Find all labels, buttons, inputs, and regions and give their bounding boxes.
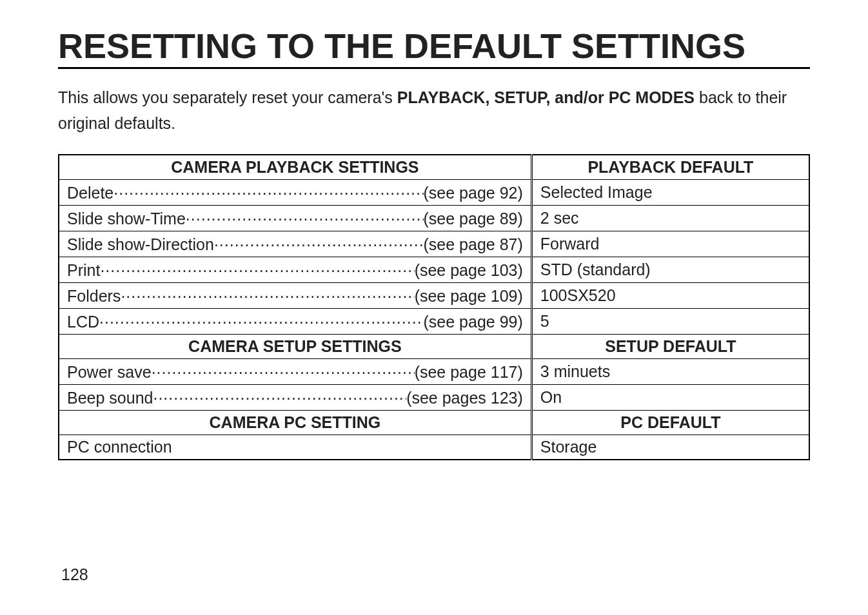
setting-label: Print [67, 261, 100, 280]
table-section-header-right: SETUP DEFAULT [531, 335, 809, 359]
setting-name-cell: Power save (see page 117) [59, 359, 531, 385]
intro-text-pre: This allows you separately reset your ca… [58, 88, 397, 106]
table-row: Beep sound (see pages 123)On [59, 385, 809, 411]
table-section-header-right: PLAYBACK DEFAULT [531, 155, 809, 180]
table-section-header-left: CAMERA PLAYBACK SETTINGS [59, 155, 531, 180]
page-reference: (see page 103) [415, 261, 523, 280]
setting-label: Beep sound [67, 389, 153, 407]
table-row: Print (see page 103)STD (standard) [59, 257, 809, 283]
setting-label: Delete [67, 184, 113, 202]
setting-name-cell: Beep sound (see pages 123) [59, 385, 531, 411]
default-value-cell: 3 minuets [531, 359, 809, 385]
default-value-cell: STD (standard) [531, 257, 809, 283]
default-value-cell: Forward [531, 231, 809, 257]
settings-table: CAMERA PLAYBACK SETTINGSPLAYBACK DEFAULT… [58, 154, 810, 460]
page-reference: (see page 89) [424, 210, 523, 228]
setting-name-cell: Delete (see page 92) [59, 180, 531, 206]
page-reference: (see page 92) [424, 184, 523, 202]
page-number: 128 [61, 565, 88, 584]
leader-dots [99, 311, 424, 327]
setting-name-cell: LCD (see page 99) [59, 309, 531, 335]
leader-dots [113, 182, 423, 199]
table-row: Delete (see page 92)Selected Image [59, 180, 809, 206]
page-reference: (see page 117) [415, 363, 523, 382]
page-reference: (see page 109) [415, 287, 523, 306]
leader-dots [152, 362, 415, 378]
table-section-header-left: CAMERA SETUP SETTINGS [59, 335, 531, 359]
table-row: PC connectionStorage [59, 435, 809, 460]
table-row: LCD (see page 99)5 [59, 309, 809, 335]
setting-name-cell: Slide show-Direction (see page 87) [59, 231, 531, 257]
table-row: Folders (see page 109)100SX520 [59, 283, 809, 309]
setting-label: Power save [67, 363, 152, 382]
default-value-cell: Selected Image [531, 180, 809, 206]
setting-label: Slide show-Time [67, 210, 186, 228]
setting-name-cell: Folders (see page 109) [59, 283, 531, 309]
default-value-cell: 5 [531, 309, 809, 335]
default-value-cell: 2 sec [531, 206, 809, 231]
table-section-header-left: CAMERA PC SETTING [59, 411, 531, 435]
table-row: Power save (see page 117)3 minuets [59, 359, 809, 385]
leader-dots [214, 234, 424, 250]
default-value-cell: On [531, 385, 809, 411]
setting-label: LCD [67, 313, 99, 331]
table-row: Slide show-Time (see page 89)2 sec [59, 206, 809, 231]
leader-dots [153, 387, 406, 404]
setting-name-cell: Print (see page 103) [59, 257, 531, 283]
leader-dots [121, 286, 414, 302]
page-reference: (see page 87) [424, 235, 523, 254]
page-reference: (see page 99) [424, 313, 523, 331]
table-row: Slide show-Direction (see page 87)Forwar… [59, 231, 809, 257]
default-value-cell: Storage [531, 435, 809, 460]
page-title: RESETTING TO THE DEFAULT SETTINGS [58, 26, 810, 69]
setting-name-cell: PC connection [59, 435, 531, 460]
setting-label: Folders [67, 287, 121, 306]
leader-dots [186, 208, 424, 224]
setting-name-cell: Slide show-Time (see page 89) [59, 206, 531, 231]
intro-paragraph: This allows you separately reset your ca… [58, 84, 810, 136]
leader-dots [100, 260, 414, 276]
intro-text-bold: PLAYBACK, SETUP, and/or PC MODES [397, 88, 695, 106]
table-section-header-right: PC DEFAULT [531, 411, 809, 435]
setting-label: Slide show-Direction [67, 235, 214, 254]
default-value-cell: 100SX520 [531, 283, 809, 309]
page-reference: (see pages 123) [406, 389, 523, 407]
